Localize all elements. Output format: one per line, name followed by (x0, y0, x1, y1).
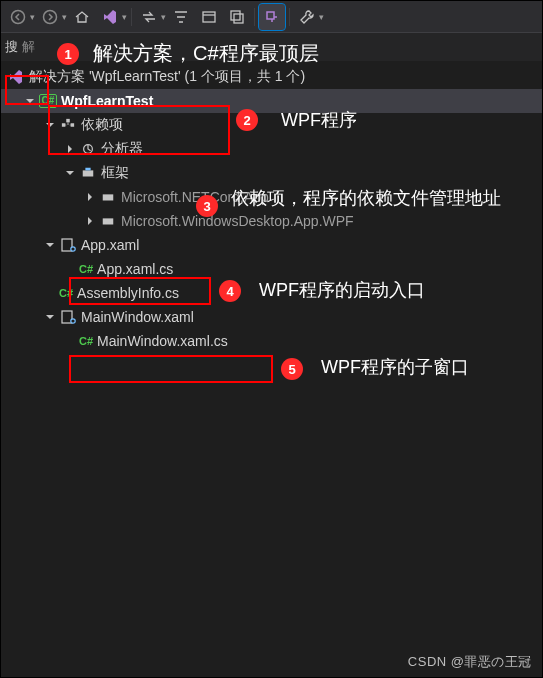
collapse-icon[interactable] (196, 4, 222, 30)
svg-rect-2 (203, 12, 215, 22)
svg-rect-10 (83, 170, 94, 176)
separator (289, 8, 290, 26)
framework-item[interactable]: Microsoft.NETCord.App (1, 185, 542, 209)
csharp-icon: C# (79, 335, 93, 347)
svg-rect-12 (103, 194, 114, 200)
csharp-project-icon: C# (39, 92, 57, 110)
search-partial: 解 (22, 38, 35, 56)
dropdown-icon[interactable]: ▾ (161, 12, 166, 22)
wrench-icon[interactable] (294, 4, 320, 30)
xaml-icon (59, 236, 77, 254)
vs-icon[interactable] (97, 4, 123, 30)
csharp-icon: C# (59, 287, 73, 299)
framework-label: 框架 (101, 164, 129, 182)
svg-point-1 (44, 10, 57, 23)
solution-explorer-tree: 解决方案 'WpfLearnTest' (1 个项目，共 1 个) C# Wpf… (1, 61, 542, 357)
watermark: CSDN @罪恶の王冠 (408, 653, 532, 671)
fw-label: Microsoft.NETCord.App (121, 189, 269, 205)
filter-icon[interactable] (168, 4, 194, 30)
main-window-cs-node[interactable]: C# MainWindow.xaml.cs (1, 329, 542, 353)
svg-rect-7 (71, 123, 75, 127)
assembly-info-label: AssemblyInfo.cs (77, 285, 179, 301)
separator (131, 8, 132, 26)
dependencies-label: 依赖项 (81, 116, 123, 134)
separator (254, 8, 255, 26)
app-xaml-cs-node[interactable]: C# App.xaml.cs (1, 257, 542, 281)
svg-rect-5 (267, 12, 274, 19)
framework-item[interactable]: Microsoft.WindowsDesktop.App.WPF (1, 209, 542, 233)
dropdown-icon[interactable]: ▾ (62, 12, 67, 22)
svg-point-17 (71, 319, 75, 323)
analyzer-label: 分析器 (101, 140, 143, 158)
dropdown-icon[interactable]: ▾ (122, 12, 127, 22)
sync-icon[interactable] (136, 4, 162, 30)
svg-rect-6 (62, 123, 66, 127)
svg-point-0 (12, 10, 25, 23)
annotation-text-5: WPF程序的子窗口 (321, 356, 521, 379)
framework-icon (79, 164, 97, 182)
chevron-right-icon[interactable] (83, 214, 97, 228)
framework-node[interactable]: 框架 (1, 161, 542, 185)
xaml-icon (59, 308, 77, 326)
main-window-label: MainWindow.xaml (81, 309, 194, 325)
project-label: WpfLearnTest (61, 93, 153, 109)
svg-point-15 (71, 247, 75, 251)
svg-rect-8 (66, 119, 70, 123)
analyzer-node[interactable]: 分析器 (1, 137, 542, 161)
chevron-right-icon[interactable] (83, 190, 97, 204)
dependencies-node[interactable]: 依赖项 (1, 113, 542, 137)
chevron-down-icon[interactable] (23, 94, 37, 108)
nav-back-icon[interactable] (5, 4, 31, 30)
toolbar: ▾ ▾ ▾ ▾ ▾ (1, 1, 542, 33)
csharp-icon: C# (79, 263, 93, 275)
chevron-down-icon[interactable] (63, 166, 77, 180)
solution-icon (7, 68, 25, 86)
home-icon[interactable] (69, 4, 95, 30)
reference-icon (99, 212, 117, 230)
svg-rect-4 (234, 14, 243, 23)
annotation-box-5 (69, 355, 273, 383)
chevron-down-icon[interactable] (43, 310, 57, 324)
svg-rect-3 (231, 11, 240, 20)
solution-node[interactable]: 解决方案 'WpfLearnTest' (1 个项目，共 1 个) (1, 65, 542, 89)
analyzer-icon (79, 140, 97, 158)
fw-label: Microsoft.WindowsDesktop.App.WPF (121, 213, 354, 229)
chevron-right-icon[interactable] (63, 142, 77, 156)
svg-rect-13 (103, 218, 114, 224)
dropdown-icon[interactable]: ▾ (319, 12, 324, 22)
project-node[interactable]: C# WpfLearnTest (1, 89, 542, 113)
show-all-icon[interactable] (224, 4, 250, 30)
dependencies-icon (59, 116, 77, 134)
assembly-info-node[interactable]: C# AssemblyInfo.cs (1, 281, 542, 305)
search-label: 搜 (5, 38, 18, 56)
app-xaml-node[interactable]: App.xaml (1, 233, 542, 257)
annotation-badge-5: 5 (281, 358, 303, 380)
solution-label: 解决方案 'WpfLearnTest' (1 个项目，共 1 个) (29, 68, 305, 86)
app-xaml-cs-label: App.xaml.cs (97, 261, 173, 277)
chevron-down-icon[interactable] (43, 238, 57, 252)
main-window-node[interactable]: MainWindow.xaml (1, 305, 542, 329)
track-icon[interactable] (259, 4, 285, 30)
dropdown-icon[interactable]: ▾ (30, 12, 35, 22)
reference-icon (99, 188, 117, 206)
nav-forward-icon[interactable] (37, 4, 63, 30)
search-row[interactable]: 搜 解 (1, 33, 542, 61)
chevron-down-icon[interactable] (43, 118, 57, 132)
app-xaml-label: App.xaml (81, 237, 139, 253)
main-window-cs-label: MainWindow.xaml.cs (97, 333, 228, 349)
svg-rect-11 (85, 168, 90, 171)
